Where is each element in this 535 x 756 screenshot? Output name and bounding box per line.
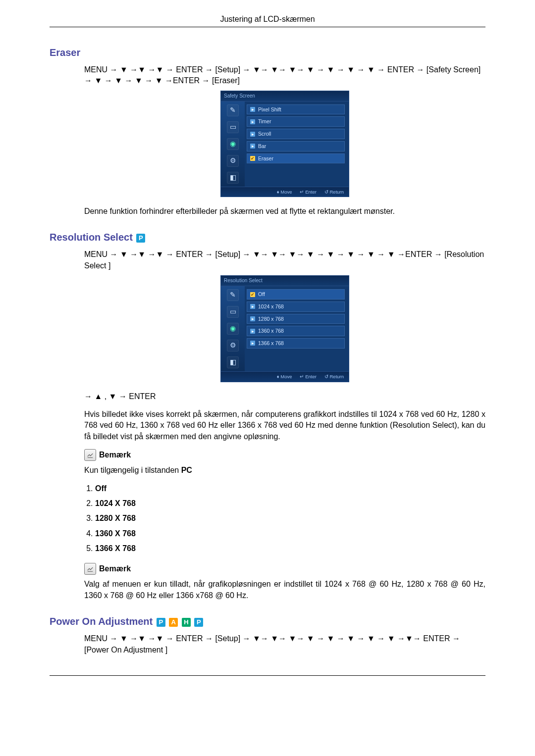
badge-p-icon: P bbox=[194, 618, 203, 627]
note2-text: Valg af menuen er kun tilladt, når grafi… bbox=[84, 579, 485, 601]
osd-item: ▸Pixel Shift bbox=[247, 104, 345, 115]
osd-resolution-select: Resolution Select ✎ ▭ ◉ ⚙ ◧ ✔Off ▸1024 x… bbox=[220, 275, 349, 382]
osd-footer: ♦ Move ↵ Enter ↺ Return bbox=[220, 187, 349, 197]
osd-title: Safety Screen bbox=[220, 91, 349, 101]
footer-divider bbox=[50, 675, 485, 676]
resolution-list: Off 1024 X 768 1280 X 768 1360 X 768 136… bbox=[84, 483, 485, 554]
move-icon: ♦ bbox=[277, 374, 279, 379]
circle-icon: ◉ bbox=[227, 323, 239, 335]
return-icon: ↺ bbox=[324, 189, 328, 195]
note-row: Bemærk bbox=[84, 449, 485, 461]
osd-item-selected: ✔Off bbox=[247, 289, 345, 300]
badge-p-icon: P bbox=[136, 234, 145, 243]
menu-path-eraser: MENU → ▼ →▼ →▼ → ENTER → [Setup] → ▼→ ▼→… bbox=[84, 64, 485, 87]
osd-sidebar: ✎ ▭ ◉ ⚙ ◧ bbox=[221, 101, 245, 187]
note-label: Bemærk bbox=[99, 450, 131, 460]
badge-h-icon: H bbox=[182, 618, 191, 627]
osd-list: ▸Pixel Shift ▸Timer ▸Scroll ▸Bar ✔Eraser bbox=[245, 101, 349, 187]
note-row: Bemærk bbox=[84, 563, 485, 575]
osd-item: ▸Timer bbox=[247, 116, 345, 127]
osd-item-selected: ✔Eraser bbox=[247, 153, 345, 164]
osd-title: Resolution Select bbox=[220, 275, 349, 286]
resolution-description: Hvis billedet ikke vises korrekt på skær… bbox=[84, 409, 485, 442]
move-icon: ♦ bbox=[277, 189, 279, 195]
osd-safety-screen: Safety Screen ✎ ▭ ◉ ⚙ ◧ ▸Pixel Shift ▸Ti… bbox=[220, 91, 349, 197]
gear-icon: ⚙ bbox=[227, 340, 239, 352]
osd-item: ▸1366 x 768 bbox=[247, 338, 345, 349]
section-title-resolution: Resolution Select P bbox=[50, 232, 485, 243]
nav-hint: → ▲ , ▼ → ENTER bbox=[84, 391, 485, 402]
enter-icon: ↵ bbox=[300, 189, 304, 195]
note-icon bbox=[84, 563, 96, 575]
section-title-eraser: Eraser bbox=[50, 47, 485, 58]
osd-item: ▸1024 x 768 bbox=[247, 302, 345, 312]
osd-item: ▸Scroll bbox=[247, 129, 345, 139]
list-item: 1366 X 768 bbox=[95, 543, 485, 554]
page-header: Justering af LCD-skærmen bbox=[50, 15, 485, 27]
screen-icon: ▭ bbox=[227, 306, 239, 318]
osd-item: ▸1360 x 768 bbox=[247, 326, 345, 336]
badge-a-icon: A bbox=[169, 618, 178, 627]
circle-icon: ◉ bbox=[227, 138, 239, 150]
menu-path-resolution: MENU → ▼ →▼ →▼ → ENTER → [Setup] → ▼→ ▼→… bbox=[84, 249, 485, 271]
list-item: 1360 X 768 bbox=[95, 528, 485, 539]
screen-icon: ▭ bbox=[227, 121, 239, 133]
gear-icon: ⚙ bbox=[227, 155, 239, 167]
list-item: Off bbox=[95, 483, 485, 494]
osd-footer: ♦ Move ↵ Enter ↺ Return bbox=[220, 372, 349, 382]
return-icon: ↺ bbox=[324, 374, 328, 379]
osd-sidebar: ✎ ▭ ◉ ⚙ ◧ bbox=[221, 286, 245, 371]
brush-icon: ✎ bbox=[227, 289, 239, 301]
info-icon: ◧ bbox=[227, 172, 239, 184]
note1-text: Kun tilgængelig i tilstanden PC bbox=[84, 465, 485, 476]
info-icon: ◧ bbox=[227, 356, 239, 368]
section-title-poweron: Power On Adjustment P A H P bbox=[50, 616, 485, 627]
eraser-description: Denne funktion forhindrer efterbilleder … bbox=[84, 206, 485, 217]
osd-item: ▸Bar bbox=[247, 141, 345, 151]
brush-icon: ✎ bbox=[227, 104, 239, 116]
badge-p-icon: P bbox=[157, 618, 165, 627]
list-item: 1280 X 768 bbox=[95, 513, 485, 524]
note-label: Bemærk bbox=[99, 563, 131, 574]
osd-item: ▸1280 x 768 bbox=[247, 314, 345, 324]
note-icon bbox=[84, 449, 96, 461]
osd-list: ✔Off ▸1024 x 768 ▸1280 x 768 ▸1360 x 768… bbox=[245, 286, 349, 371]
list-item: 1024 X 768 bbox=[95, 498, 485, 509]
menu-path-poweron: MENU → ▼ →▼ →▼ → ENTER → [Setup] → ▼→ ▼→… bbox=[84, 633, 485, 655]
enter-icon: ↵ bbox=[300, 374, 304, 379]
